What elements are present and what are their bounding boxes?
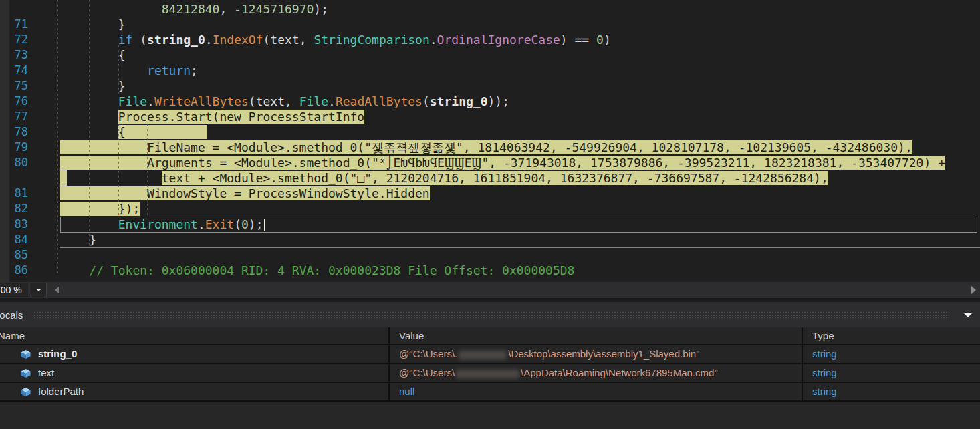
code-text: // Token: 0x06000004 RID: 4 RVA: 0x00002… bbox=[60, 263, 574, 278]
locals-row-string_0[interactable]: string_0@"C:\Users\.\Desktop\assembly\as… bbox=[0, 345, 980, 364]
scroll-left-icon[interactable] bbox=[55, 286, 59, 294]
code-line[interactable]: 74 return; bbox=[0, 63, 980, 78]
code-text: Environment.Exit(0); bbox=[60, 217, 265, 232]
value-cell[interactable]: @"C:\Users\.\Desktop\assembly\assembly1_… bbox=[390, 345, 803, 363]
code-line[interactable]: 71 } bbox=[0, 17, 980, 32]
name-cell[interactable]: string_0 bbox=[0, 345, 390, 363]
type-cell[interactable]: string bbox=[803, 364, 980, 382]
redacted-username bbox=[456, 370, 519, 378]
variable-name: text bbox=[38, 364, 54, 382]
indent-guide bbox=[89, 0, 90, 247]
code-text: { bbox=[60, 124, 207, 140]
local-variable-icon bbox=[20, 387, 31, 397]
line-number: 78 bbox=[0, 124, 28, 140]
code-line[interactable]: 76 File.WriteAllBytes(text, File.ReadAll… bbox=[0, 94, 980, 109]
variable-value: @"C:\Users\\AppData\Roaming\Network67895… bbox=[399, 364, 718, 382]
name-cell[interactable]: folderPath bbox=[0, 383, 390, 400]
code-line[interactable]: 75 } bbox=[0, 78, 980, 94]
line-number: 73 bbox=[0, 47, 28, 63]
code-editor[interactable]: 84212840, -1245716970);71 }72 if (string… bbox=[0, 0, 980, 282]
redacted-username bbox=[459, 351, 507, 360]
variable-name: string_0 bbox=[38, 345, 77, 363]
line-number: 86 bbox=[0, 263, 28, 278]
line-number: 80 bbox=[0, 155, 28, 170]
zoom-dropdown-button[interactable] bbox=[31, 283, 47, 297]
chevron-down-icon bbox=[36, 289, 41, 291]
locals-panel-title: Locals bbox=[0, 309, 23, 321]
column-header-value[interactable]: Value bbox=[390, 327, 803, 344]
statement-highlight: FileName = <Module>.smethod_0("젳졲젹젶졓졺젳",… bbox=[147, 140, 912, 154]
code-line[interactable]: 86 // Token: 0x06000004 RID: 4 RVA: 0x00… bbox=[0, 263, 980, 278]
panel-collapse-button[interactable] bbox=[961, 313, 975, 317]
variable-value: @"C:\Users\.\Desktop\assembly\assembly1_… bbox=[399, 345, 700, 363]
locals-body: string_0@"C:\Users\.\Desktop\assembly\as… bbox=[0, 345, 980, 402]
line-number: 77 bbox=[0, 109, 28, 124]
code-text: }); bbox=[60, 201, 140, 217]
code-text: if (string_0.IndexOf(text, StringCompari… bbox=[60, 32, 611, 47]
method-divider bbox=[60, 247, 980, 248]
type-cell[interactable]: string bbox=[803, 383, 980, 400]
statement-highlight: text + <Module>.smethod_0("□", 212020471… bbox=[162, 171, 828, 185]
statement-highlight: { bbox=[118, 125, 207, 139]
code-text: } bbox=[60, 78, 126, 94]
code-line[interactable]: 85 bbox=[0, 247, 980, 263]
type-cell[interactable]: string bbox=[803, 345, 980, 363]
line-number: 82 bbox=[0, 201, 28, 217]
locals-row-folderPath[interactable]: folderPathnullstring bbox=[0, 383, 980, 402]
code-line[interactable]: 84 } bbox=[0, 232, 980, 247]
line-number: 71 bbox=[0, 17, 28, 32]
statement-highlight: Process.Start(new ProcessStartInfo bbox=[118, 110, 364, 124]
text-caret bbox=[264, 219, 265, 231]
titlebar-grip-texture[interactable] bbox=[33, 311, 949, 318]
value-cell[interactable]: @"C:\Users\\AppData\Roaming\Network67895… bbox=[390, 364, 803, 382]
horizontal-scrollbar: 100 % bbox=[0, 282, 980, 298]
code-line[interactable]: 84212840, -1245716970); bbox=[0, 1, 980, 17]
code-text: Process.Start(new ProcessStartInfo bbox=[60, 109, 364, 124]
variable-type: string bbox=[812, 383, 837, 400]
line-number: 75 bbox=[0, 78, 28, 94]
line-number: 76 bbox=[0, 94, 28, 109]
local-variable-icon bbox=[20, 349, 31, 360]
line-number: 83 bbox=[0, 217, 28, 232]
locals-panel: Name Value Type string_0@"C:\Users\.\Des… bbox=[0, 327, 980, 429]
line-number: 72 bbox=[0, 32, 28, 47]
code-text: FileName = <Module>.smethod_0("젳졲젹젶졓졺젳",… bbox=[60, 140, 912, 155]
code-text: File.WriteAllBytes(text, File.ReadAllByt… bbox=[60, 94, 509, 109]
value-cell[interactable]: null bbox=[390, 383, 803, 400]
code-text: return; bbox=[60, 63, 198, 78]
code-text: 84212840, -1245716970); bbox=[60, 1, 328, 17]
indent-guide bbox=[57, 0, 58, 275]
decompiler-window: 84212840, -1245716970);71 }72 if (string… bbox=[0, 0, 980, 429]
zoom-combobox[interactable]: 100 % bbox=[0, 283, 28, 297]
chevron-down-icon bbox=[963, 313, 973, 317]
statement-highlight: Arguments = <Module>.smethod_0("ˣ⌡ΕԽϤbԽϤ… bbox=[147, 156, 945, 170]
code-text: } bbox=[60, 232, 96, 247]
locals-panel-titlebar[interactable]: Locals bbox=[0, 302, 980, 327]
line-number: 85 bbox=[0, 247, 28, 263]
variable-value: null bbox=[399, 383, 414, 400]
line-number: 74 bbox=[0, 63, 28, 78]
indent-guide bbox=[118, 45, 119, 94]
column-header-type[interactable]: Type bbox=[803, 327, 980, 344]
locals-header-row: Name Value Type bbox=[0, 327, 980, 345]
column-header-name[interactable]: Name bbox=[0, 327, 390, 344]
indent-guide bbox=[147, 124, 148, 218]
line-number: 84 bbox=[0, 232, 28, 247]
locals-row-text[interactable]: text@"C:\Users\\AppData\Roaming\Network6… bbox=[0, 364, 980, 383]
variable-type: string bbox=[812, 364, 837, 382]
code-text: Arguments = <Module>.smethod_0("ˣ⌡ΕԽϤbԽϤ… bbox=[60, 155, 945, 170]
indent-guide bbox=[118, 124, 119, 218]
line-number: 79 bbox=[0, 140, 28, 155]
code-line[interactable]: 73 { bbox=[0, 47, 980, 63]
code-line[interactable]: 72 if (string_0.IndexOf(text, StringComp… bbox=[0, 32, 980, 47]
code-text: WindowStyle = ProcessWindowStyle.Hidden bbox=[60, 186, 430, 201]
zoom-level: 100 % bbox=[0, 283, 22, 297]
scrollbar-track[interactable] bbox=[59, 282, 971, 298]
statement-highlight: }); bbox=[118, 202, 140, 216]
code-text: { bbox=[60, 47, 126, 63]
line-number: 81 bbox=[0, 186, 28, 201]
scroll-right-icon[interactable] bbox=[971, 286, 976, 294]
code-line[interactable]: 77 Process.Start(new ProcessStartInfo bbox=[0, 109, 980, 124]
code-line[interactable]: 83 Environment.Exit(0); bbox=[0, 217, 980, 232]
name-cell[interactable]: text bbox=[0, 364, 390, 382]
